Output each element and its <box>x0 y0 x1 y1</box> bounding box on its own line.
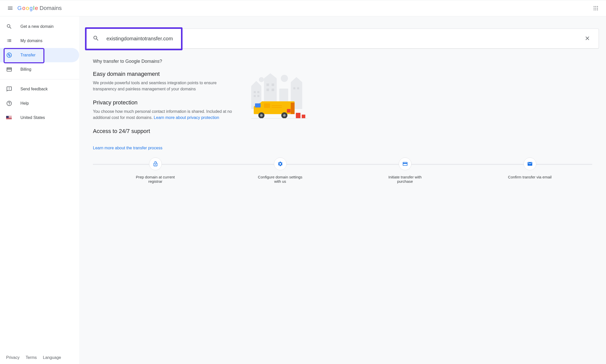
svg-point-9 <box>7 53 11 57</box>
svg-point-4 <box>595 8 596 8</box>
svg-rect-23 <box>257 95 259 97</box>
step-prep: Prep domain at current registrar <box>93 157 218 184</box>
gear-icon <box>274 157 287 170</box>
credit-card-icon <box>6 66 20 72</box>
svg-point-6 <box>594 9 595 10</box>
clear-icon[interactable] <box>582 33 592 44</box>
feature-support: Access to 24/7 support <box>93 128 236 135</box>
list-icon <box>6 38 20 44</box>
sidebar-item-help[interactable]: Help <box>0 96 79 111</box>
learn-transfer-process-link[interactable]: Learn more about the transfer process <box>93 146 162 150</box>
svg-point-0 <box>594 6 595 7</box>
svg-point-5 <box>597 8 598 8</box>
transfer-steps: Prep domain at current registrar Configu… <box>93 157 592 184</box>
svg-rect-33 <box>255 103 261 107</box>
svg-point-7 <box>595 9 596 10</box>
sidebar-item-label: Send feedback <box>20 87 48 91</box>
svg-marker-13 <box>264 73 277 78</box>
google-domains-logo[interactable]: Google Domains <box>17 5 62 11</box>
sidebar-item-billing[interactable]: Billing <box>0 62 79 77</box>
svg-rect-27 <box>272 89 274 91</box>
svg-rect-26 <box>266 89 269 91</box>
domain-search-box <box>86 29 599 48</box>
svg-rect-21 <box>257 91 259 93</box>
search-icon <box>6 23 20 30</box>
feature-title: Access to 24/7 support <box>93 128 236 135</box>
apps-grid-icon[interactable] <box>590 2 602 14</box>
feature-privacy: Privacy protection You choose how much p… <box>93 99 236 121</box>
svg-rect-29 <box>297 87 299 89</box>
svg-rect-40 <box>287 109 290 113</box>
sidebar-item-send-feedback[interactable]: Send feedback <box>0 82 79 96</box>
step-purchase: Initiate transfer with purchase <box>343 157 467 184</box>
svg-point-18 <box>295 78 300 83</box>
help-icon <box>6 100 20 106</box>
svg-point-44 <box>283 114 286 117</box>
lock-open-icon <box>149 157 162 170</box>
moving-truck-illustration <box>246 73 312 124</box>
sidebar-footer: Privacy Terms Language <box>0 351 79 364</box>
svg-rect-34 <box>264 103 270 108</box>
footer-language-link[interactable]: Language <box>43 355 61 360</box>
svg-rect-25 <box>272 83 274 86</box>
svg-rect-39 <box>302 115 305 118</box>
sidebar-item-label: Get a new domain <box>20 24 54 29</box>
sidebar-item-label: United States <box>20 115 45 120</box>
svg-rect-37 <box>291 103 295 114</box>
footer-privacy-link[interactable]: Privacy <box>6 355 19 360</box>
credit-card-icon <box>399 157 411 170</box>
svg-point-42 <box>260 114 263 117</box>
privacy-learn-more-link[interactable]: Learn more about privacy protection <box>154 115 219 120</box>
email-icon <box>524 157 536 170</box>
menu-icon[interactable] <box>4 2 16 14</box>
svg-point-8 <box>597 9 598 10</box>
svg-point-1 <box>595 6 596 7</box>
sidebar-item-label: Transfer <box>20 53 35 57</box>
logo-product-name: Domains <box>40 5 62 11</box>
footer-terms-link[interactable]: Terms <box>26 355 37 360</box>
step-label: Confirm transfer via email <box>508 175 552 179</box>
svg-rect-22 <box>254 95 256 97</box>
feature-body: You choose how much personal contact inf… <box>93 108 236 121</box>
sidebar-item-label: My domains <box>20 39 42 43</box>
step-configure: Configure domain settings with us <box>218 157 343 184</box>
sidebar-item-get-new-domain[interactable]: Get a new domain <box>0 19 79 34</box>
svg-rect-38 <box>296 113 300 118</box>
feature-easy-management: Easy domain management We provide powerf… <box>93 71 236 92</box>
domain-search-input[interactable] <box>106 36 582 42</box>
header-bar: Google Domains <box>0 0 606 16</box>
svg-point-3 <box>594 8 595 8</box>
why-heading: Why transfer to Google Domains? <box>93 59 592 64</box>
svg-rect-45 <box>251 118 307 119</box>
sidebar-item-label: Help <box>20 101 29 106</box>
sidebar-divider <box>0 79 79 79</box>
svg-rect-35 <box>272 105 282 106</box>
svg-rect-28 <box>293 87 295 89</box>
sidebar-item-label: Billing <box>20 67 31 72</box>
step-label: Initiate transfer with purchase <box>382 175 428 184</box>
search-icon <box>93 35 99 42</box>
feature-title: Privacy protection <box>93 99 236 106</box>
svg-rect-24 <box>266 83 269 86</box>
feature-title: Easy domain management <box>93 71 236 77</box>
transfer-icon <box>6 52 20 58</box>
sidebar-item-my-domains[interactable]: My domains <box>0 34 79 48</box>
svg-point-17 <box>281 75 288 82</box>
feedback-icon <box>6 86 20 92</box>
svg-point-19 <box>259 77 264 82</box>
feature-body: We provide powerful tools and seamless i… <box>93 80 236 92</box>
step-label: Configure domain settings with us <box>257 175 303 184</box>
sidebar: Get a new domain My domains Transfer Bil… <box>0 16 79 364</box>
step-label: Prep domain at current registrar <box>132 175 178 184</box>
sidebar-item-locale[interactable]: United States <box>0 111 79 125</box>
main-content: Why transfer to Google Domains? Easy dom… <box>79 16 606 364</box>
svg-point-2 <box>597 6 598 7</box>
svg-rect-36 <box>272 107 282 108</box>
step-confirm: Confirm transfer via email <box>467 157 592 179</box>
us-flag-icon <box>6 116 20 119</box>
svg-rect-20 <box>254 91 256 93</box>
sidebar-item-transfer[interactable]: Transfer <box>0 48 79 62</box>
